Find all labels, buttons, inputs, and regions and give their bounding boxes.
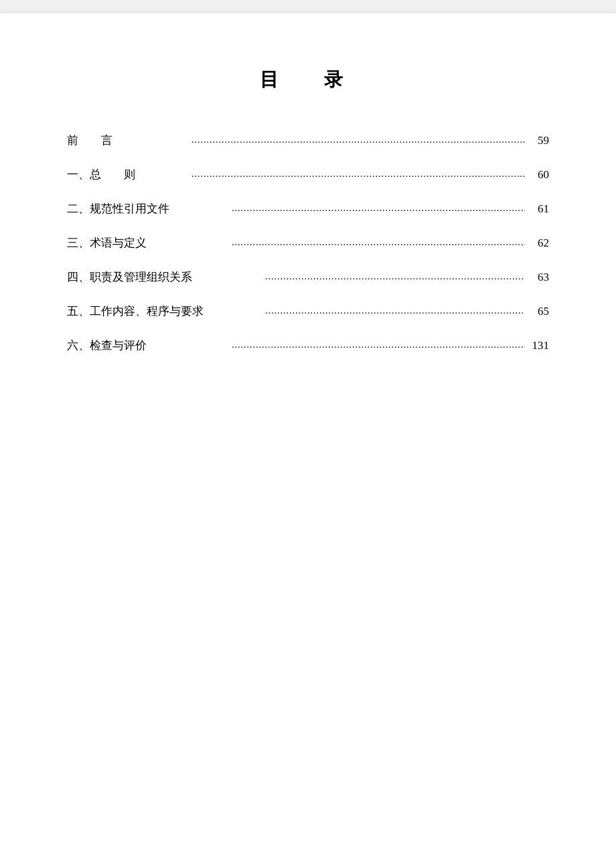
- list-item: 二、规范性引用文件 61: [67, 201, 549, 216]
- toc-dots: [232, 338, 525, 351]
- toc-item-label: 前 言: [67, 133, 187, 148]
- toc-dots: [191, 167, 525, 180]
- document-page: 目 录 前 言 59 一、总 则 60 二、规范性引用文件 61 三、术语与定义…: [0, 13, 616, 865]
- toc-dots: [232, 235, 525, 249]
- toc-item-label: 五、工作内容、程序与要求: [67, 304, 261, 319]
- toc-item-page: 59: [529, 134, 549, 147]
- list-item: 前 言 59: [67, 133, 549, 148]
- toc-dots: [191, 133, 525, 146]
- toc-item-page: 61: [529, 202, 549, 216]
- toc-item-label: 二、规范性引用文件: [67, 201, 228, 216]
- toc-list: 前 言 59 一、总 则 60 二、规范性引用文件 61 三、术语与定义 62 …: [67, 133, 549, 353]
- toc-item-label: 四、职责及管理组织关系: [67, 269, 261, 285]
- toc-title: 目 录: [67, 67, 549, 92]
- list-item: 三、术语与定义 62: [67, 235, 549, 251]
- toc-item-page: 60: [529, 168, 549, 182]
- toc-item-label: 一、总 则: [67, 167, 187, 182]
- toc-item-page: 63: [529, 271, 549, 284]
- toc-item-label: 六、检查与评价: [67, 338, 228, 353]
- toc-item-page: 131: [529, 339, 549, 352]
- toc-item-label: 三、术语与定义: [67, 235, 228, 251]
- toc-item-page: 65: [529, 305, 549, 318]
- toc-dots: [232, 201, 525, 214]
- list-item: 一、总 则 60: [67, 167, 549, 182]
- toc-item-page: 62: [529, 237, 549, 250]
- toc-dots: [265, 304, 525, 317]
- list-item: 四、职责及管理组织关系 63: [67, 269, 549, 285]
- list-item: 六、检查与评价 131: [67, 338, 549, 353]
- list-item: 五、工作内容、程序与要求 65: [67, 304, 549, 319]
- toc-dots: [265, 269, 525, 283]
